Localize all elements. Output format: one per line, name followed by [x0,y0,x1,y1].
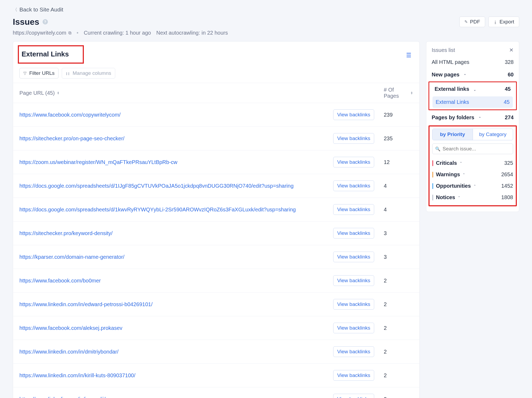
sidebar-item-count: 45 [505,86,511,92]
pdf-button[interactable]: ✎ PDF [459,17,485,27]
view-backlinks-button[interactable]: View backlinks [333,133,374,144]
severity-row[interactable]: Notices⌃1808 [431,192,515,203]
severity-row[interactable]: Opportunities⌃1452 [431,180,515,192]
search-issue-input[interactable] [443,146,510,152]
page-url-link[interactable]: https://www.facebook.com/copywritelycom/ [19,112,333,118]
export-button[interactable]: ⭳ Export [488,17,519,27]
pages-count: 2 [384,372,413,379]
page-url-link[interactable]: https://www.facebook.com/aleksej.prokase… [19,325,333,331]
view-backlinks-button[interactable]: View backlinks [333,346,374,357]
column-header-url[interactable]: Page URL (45) ▲▼ [19,87,333,99]
pages-count: 239 [384,112,413,118]
page-title-text: Issues [13,17,39,27]
next-crawl: Next autocrawling: in 22 hours [156,30,228,36]
page-url-link[interactable]: https://docs.google.com/spreadsheets/d/1… [19,183,333,189]
tab-by-category[interactable]: by Category [473,129,513,140]
table-row: https://docs.google.com/spreadsheets/d/1… [13,198,419,221]
severity-color-bar [432,172,433,178]
sidebar-item-new-pages[interactable]: New pages ⌃ 60 [426,68,519,81]
sidebar-title: Issues list [432,47,455,53]
pages-count: 2 [384,325,413,331]
column-header-url-text: Page URL (45) [19,90,55,96]
page-url-link[interactable]: https://www.facebook.com/bo0mer [19,278,333,284]
filter-urls-label: Filter URLs [29,70,55,76]
manage-columns-button[interactable]: ⫿⫿ Manage columns [62,68,115,79]
view-backlinks-button[interactable]: View backlinks [333,157,374,167]
back-label: Back to Site Audit [19,6,63,13]
severity-row[interactable]: Criticals⌃325 [431,157,515,169]
filter-urls-button[interactable]: ▽ Filter URLs [19,68,59,79]
column-header-pages[interactable]: # Of Pages ▲▼ [384,87,413,99]
highlighted-section-title: External Links [18,45,84,64]
manage-columns-label: Manage columns [73,70,111,76]
external-links-card: External Links ☰ ▽ Filter URLs ⫿⫿ Manage… [13,41,420,398]
severity-count: 1452 [501,183,513,189]
export-button-label: Export [500,19,514,25]
table-row: https://www.linkedin.com/in/dmitriybonda… [13,340,419,364]
severity-row[interactable]: Warnings⌃2654 [431,169,515,180]
page-url-link[interactable]: https://www.linkedin.com/in/dmitriybonda… [19,349,333,355]
chevron-down-icon: ⌄ [473,88,476,92]
page-url-link[interactable]: https://www.linkedin.com/in/edward-petro… [19,301,333,307]
table-row: https://www.linkedin.com/in/kirill-kuts-… [13,364,419,387]
sidebar-subitem-count: 45 [504,99,510,105]
page-url-link[interactable]: https://kparser.com/domain-name-generato… [19,254,333,260]
table-row: https://sitechecker.pro/keyword-density/… [13,221,419,245]
pages-count: 235 [384,136,413,142]
page-url-link[interactable]: https://www.linkedin.com/in/ivanpalii/ [19,396,333,398]
funnel-icon: ▽ [23,71,27,76]
issues-list-panel: Issues list ✕ All HTML pages 328 New pag… [426,41,519,212]
page-url-link[interactable]: https://zoom.us/webinar/register/WN_mQaF… [19,159,333,165]
external-link-icon: ⧉ [68,31,71,35]
view-backlinks-button[interactable]: View backlinks [333,370,374,381]
severity-count: 2654 [501,171,513,178]
page-url-link[interactable]: https://sitechecker.pro/keyword-density/ [19,230,333,236]
view-backlinks-button[interactable]: View backlinks [333,109,374,120]
page-url-link[interactable]: https://docs.google.com/spreadsheets/d/1… [19,207,333,213]
view-backlinks-button[interactable]: View backlinks [333,228,374,239]
view-backlinks-button[interactable]: View backlinks [333,394,374,398]
site-url-link[interactable]: https://copywritely.com ⧉ [13,30,71,36]
view-backlinks-button[interactable]: View backlinks [333,275,374,286]
severity-name: Warnings [436,171,460,178]
pages-count: 12 [384,159,413,165]
sort-arrows-icon: ▲▼ [410,91,413,95]
pdf-button-label: PDF [470,19,480,25]
download-icon: ⭳ [493,20,497,24]
page-url-link[interactable]: https://www.linkedin.com/in/kirill-kuts-… [19,372,333,379]
severity-color-bar [432,160,433,166]
table-row: https://www.linkedin.com/in/edward-petro… [13,293,419,316]
severity-name: Criticals [436,160,457,166]
sidebar-item-external-links[interactable]: External links ⌄ 45 [429,83,516,95]
chevron-up-icon: ⌃ [479,116,481,120]
view-backlinks-button[interactable]: View backlinks [333,299,374,310]
page-title: Issues ? [13,17,48,27]
highlighted-filter-group: by Priority by Category 🔍 Criticals⌃325W… [428,125,517,206]
view-backlinks-button[interactable]: View backlinks [333,323,374,333]
chevron-up-icon: ⌃ [463,173,465,177]
tab-by-priority[interactable]: by Priority [432,129,473,140]
section-title: External Links [22,50,69,58]
info-icon[interactable]: ? [43,19,48,24]
view-backlinks-button[interactable]: View backlinks [333,180,374,191]
column-header-pages-text: # Of Pages [384,87,408,99]
search-icon: 🔍 [435,146,440,151]
view-backlinks-button[interactable]: View backlinks [333,252,374,262]
close-icon[interactable]: ✕ [509,47,514,53]
sidebar-item-all-html[interactable]: All HTML pages 328 [426,56,519,68]
page-url-link[interactable]: https://sitechecker.pro/on-page-seo-chec… [19,136,333,142]
pages-count: 2 [384,396,413,398]
filter-bars-icon[interactable]: ☰ [406,52,413,59]
search-issue-field[interactable]: 🔍 [432,143,513,154]
view-backlinks-button[interactable]: View backlinks [333,204,374,215]
chevron-up-icon: ⌃ [458,196,460,199]
sidebar-item-count: 328 [505,59,514,65]
table-row: https://zoom.us/webinar/register/WN_mQaF… [13,150,419,174]
severity-name: Opportunities [436,183,471,189]
sidebar-item-folders[interactable]: Pages by folders ⌃ 274 [426,111,519,124]
sidebar-subitem-external-links[interactable]: External Links 45 [432,96,513,108]
sidebar-item-label: External links [435,86,469,92]
chevron-left-icon: 〈 [13,7,17,13]
pages-count: 3 [384,230,413,236]
back-to-site-audit-link[interactable]: 〈 Back to Site Audit [13,6,63,13]
